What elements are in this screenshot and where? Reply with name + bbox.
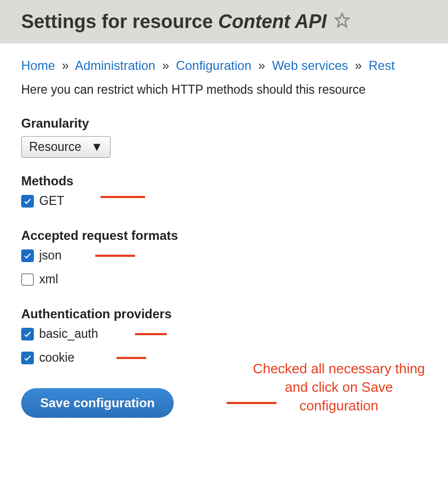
annotation-mark: [135, 333, 167, 335]
intro-text: Here you can restrict which HTTP methods…: [21, 83, 427, 97]
granularity-select[interactable]: Resource ▼: [21, 136, 111, 158]
granularity-value: Resource: [29, 140, 81, 154]
annotation-line: configuration: [300, 398, 379, 414]
breadcrumb-web-services[interactable]: Web services: [272, 58, 348, 73]
breadcrumb-home[interactable]: Home: [21, 58, 55, 73]
formats-label: Accepted request formats: [21, 228, 427, 243]
auth-basic-checkbox[interactable]: [21, 328, 34, 340]
breadcrumb-sep: »: [162, 58, 169, 73]
method-get-checkbox[interactable]: [21, 195, 34, 208]
breadcrumb-rest[interactable]: Rest: [369, 58, 395, 73]
granularity-label: Granularity: [21, 116, 427, 131]
title-emphasis: Content API: [218, 11, 327, 32]
method-get-label: GET: [39, 194, 64, 208]
methods-label: Methods: [21, 174, 427, 189]
breadcrumb-sep: »: [258, 58, 265, 73]
breadcrumb-sep: »: [355, 58, 362, 73]
page-content: Home » Administration » Configuration » …: [0, 43, 448, 439]
star-icon[interactable]: [334, 12, 350, 31]
button-row: Save configuration Checked all necessary…: [21, 374, 427, 418]
format-json-checkbox[interactable]: [21, 249, 34, 262]
breadcrumb: Home » Administration » Configuration » …: [21, 58, 427, 73]
save-configuration-button[interactable]: Save configuration: [21, 388, 174, 418]
svg-marker-0: [335, 14, 348, 27]
page-title: Settings for resource Content API: [21, 11, 327, 33]
auth-cookie-checkbox[interactable]: [21, 352, 34, 364]
annotation-mark: [117, 357, 146, 359]
format-xml-checkbox[interactable]: [21, 273, 34, 286]
auth-label: Authentication providers: [21, 307, 427, 321]
page-header: Settings for resource Content API: [0, 0, 448, 43]
format-xml-label: xml: [39, 272, 58, 286]
breadcrumb-configuration[interactable]: Configuration: [176, 58, 252, 73]
chevron-down-icon: ▼: [91, 140, 103, 154]
annotation-mark: [95, 255, 135, 257]
format-xml-row: xml: [21, 272, 427, 286]
breadcrumb-administration[interactable]: Administration: [75, 58, 155, 73]
auth-basic-row: basic_auth: [21, 327, 427, 341]
method-get-row: GET: [21, 194, 427, 208]
format-json-row: json: [21, 248, 427, 263]
annotation-line: Checked all necessary thing: [253, 361, 425, 377]
annotation-text: Checked all necessary thing and click on…: [212, 360, 448, 415]
auth-basic-label: basic_auth: [39, 327, 98, 341]
annotation-mark: [101, 196, 145, 198]
breadcrumb-sep: »: [62, 58, 69, 73]
title-prefix: Settings for resource: [21, 11, 218, 32]
annotation-line: and click on Save: [285, 379, 393, 395]
format-json-label: json: [39, 248, 61, 263]
auth-cookie-label: cookie: [39, 351, 74, 365]
